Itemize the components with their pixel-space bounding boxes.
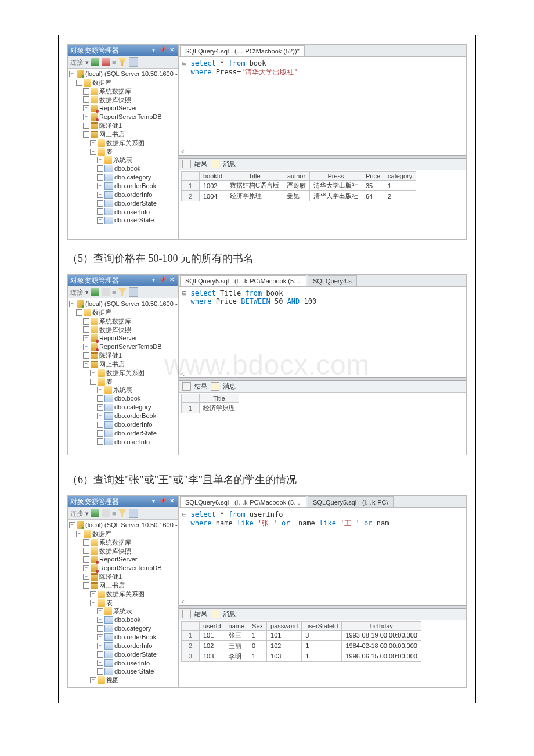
- expand-icon[interactable]: +: [83, 344, 89, 350]
- sql-editor[interactable]: ⊟ select * from book where Press='清华大学出版…: [179, 57, 466, 80]
- expand-icon[interactable]: −: [83, 582, 89, 589]
- col-header[interactable]: Title: [226, 172, 283, 181]
- results-tab[interactable]: 结果: [194, 610, 207, 618]
- expand-icon[interactable]: −: [76, 309, 82, 316]
- expand-icon[interactable]: +: [97, 617, 103, 623]
- expand-icon[interactable]: +: [97, 200, 103, 207]
- stop-icon[interactable]: [102, 58, 110, 66]
- expand-icon[interactable]: +: [97, 387, 103, 393]
- col-header[interactable]: Press: [309, 172, 362, 181]
- czj-node[interactable]: 陈泽健1: [99, 351, 122, 360]
- expand-icon[interactable]: +: [97, 404, 103, 411]
- connect-label[interactable]: 连接: [70, 509, 83, 518]
- close-icon[interactable]: ✕: [168, 46, 176, 55]
- expand-icon[interactable]: +: [83, 539, 89, 546]
- expand-icon[interactable]: +: [90, 591, 96, 597]
- stop-icon[interactable]: [102, 288, 110, 296]
- messages-tab[interactable]: 消息: [223, 160, 236, 168]
- expand-icon[interactable]: +: [97, 634, 103, 640]
- table-node[interactable]: dbo.userInfo: [114, 659, 150, 668]
- expand-icon[interactable]: −: [69, 301, 75, 307]
- table-node[interactable]: dbo.userState: [114, 216, 154, 225]
- expand-icon[interactable]: +: [97, 157, 103, 163]
- expand-icon[interactable]: −: [69, 522, 75, 528]
- filter-icon[interactable]: [118, 288, 127, 296]
- expand-icon[interactable]: −: [83, 131, 89, 138]
- table-node[interactable]: dbo.book: [114, 615, 140, 624]
- tab-active[interactable]: SQLQuery6.sql - (l…k-PC\Macbook (56)): [180, 496, 306, 507]
- server-node[interactable]: (local) (SQL Server 10.50.1600 - Macb…): [85, 521, 178, 530]
- table-node[interactable]: dbo.userState: [114, 667, 154, 676]
- table-node[interactable]: dbo.orderState: [114, 199, 157, 208]
- script-icon[interactable]: [129, 57, 138, 67]
- diagram-node[interactable]: 数据库关系图: [106, 139, 145, 147]
- expand-icon[interactable]: +: [97, 668, 103, 675]
- table-node[interactable]: dbo.orderBook: [114, 633, 156, 642]
- table-node[interactable]: dbo.book: [114, 394, 140, 403]
- connect-label[interactable]: 连接: [70, 288, 83, 297]
- refresh-icon[interactable]: [91, 509, 99, 517]
- rs-node[interactable]: ReportServer: [99, 104, 137, 113]
- systables-node[interactable]: 系统表: [113, 156, 132, 164]
- expand-icon[interactable]: −: [90, 379, 96, 385]
- refresh-icon[interactable]: [91, 288, 99, 296]
- sql-editor[interactable]: ⊟ select * from userInfo where name like…: [179, 508, 466, 531]
- stop-icon[interactable]: [102, 509, 110, 517]
- object-explorer-tree[interactable]: −(local) (SQL Server 10.50.1600 - Macb…)…: [68, 520, 178, 687]
- close-icon[interactable]: ✕: [168, 276, 176, 285]
- object-explorer-tree[interactable]: −(local) (SQL Server 10.50.1600 - Macb…)…: [68, 69, 178, 239]
- col-header[interactable]: bookId: [200, 172, 226, 181]
- pin-icon[interactable]: 📌: [158, 46, 167, 55]
- table-node[interactable]: dbo.orderInfo: [114, 420, 152, 429]
- tables-node[interactable]: 表: [106, 377, 113, 386]
- dropdown-icon[interactable]: ▾: [149, 46, 157, 55]
- expand-icon[interactable]: −: [90, 149, 96, 155]
- table-node[interactable]: dbo.orderBook: [114, 182, 156, 190]
- expand-icon[interactable]: +: [97, 422, 103, 428]
- databases-node[interactable]: 数据库: [92, 530, 111, 538]
- expand-icon[interactable]: +: [97, 208, 103, 215]
- expand-icon[interactable]: +: [83, 574, 89, 580]
- dropdown-icon[interactable]: ▾: [149, 498, 157, 506]
- expand-icon[interactable]: +: [97, 608, 103, 614]
- expand-icon[interactable]: +: [83, 123, 89, 129]
- table-node[interactable]: dbo.orderInfo: [114, 190, 152, 199]
- table-node[interactable]: dbo.userInfo: [114, 208, 150, 217]
- expand-icon[interactable]: −: [83, 361, 89, 368]
- tab-inactive[interactable]: SQLQuery4.s: [308, 275, 357, 286]
- expand-icon[interactable]: +: [97, 395, 103, 402]
- views-node[interactable]: 视图: [106, 676, 119, 685]
- shop-node[interactable]: 网上书店: [99, 581, 125, 590]
- table-node[interactable]: dbo.category: [114, 624, 151, 633]
- connect-label[interactable]: 连接: [70, 58, 83, 67]
- expand-icon[interactable]: +: [83, 88, 89, 95]
- results-tab[interactable]: 结果: [194, 382, 207, 391]
- shop-node[interactable]: 网上书店: [99, 360, 125, 369]
- rstemp-node[interactable]: ReportServerTempDB: [99, 113, 162, 121]
- col-header[interactable]: userStateId: [302, 621, 342, 630]
- czj-node[interactable]: 陈泽健1: [99, 573, 122, 581]
- rs-node[interactable]: ReportServer: [99, 334, 137, 343]
- expand-icon[interactable]: +: [83, 565, 89, 571]
- expand-icon[interactable]: −: [76, 531, 82, 537]
- script-icon[interactable]: [129, 287, 138, 297]
- expand-icon[interactable]: +: [83, 114, 89, 120]
- dropdown-icon[interactable]: ▾: [149, 276, 157, 285]
- tab-active[interactable]: SQLQuery4.sql - (…-PC\Macbook (52))*: [180, 45, 305, 56]
- sysdb-node[interactable]: 系统数据库: [99, 317, 131, 326]
- expand-icon[interactable]: +: [97, 183, 103, 189]
- table-node[interactable]: dbo.orderInfo: [114, 642, 152, 650]
- expand-icon[interactable]: +: [83, 548, 89, 554]
- messages-tab[interactable]: 消息: [223, 382, 236, 391]
- col-header[interactable]: Title: [200, 394, 239, 403]
- sql-editor[interactable]: ⊟ select Title from book where Price BET…: [179, 287, 466, 309]
- systables-node[interactable]: 系统表: [113, 386, 132, 394]
- close-icon[interactable]: ✕: [168, 498, 176, 506]
- pin-icon[interactable]: 📌: [158, 498, 167, 506]
- expand-icon[interactable]: +: [97, 438, 103, 445]
- rstemp-node[interactable]: ReportServerTempDB: [99, 343, 162, 351]
- expand-icon[interactable]: +: [97, 217, 103, 224]
- expand-icon[interactable]: +: [83, 326, 89, 333]
- expand-icon[interactable]: +: [97, 192, 103, 198]
- filter-icon[interactable]: [118, 509, 127, 517]
